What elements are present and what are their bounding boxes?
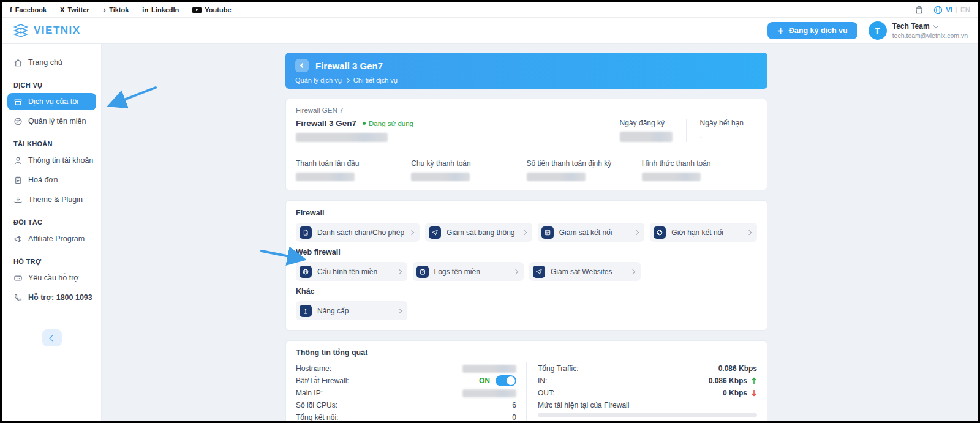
chevron-right-icon xyxy=(345,78,350,82)
user-icon xyxy=(13,156,23,165)
action-label: Cấu hình tên miền xyxy=(317,268,392,276)
phone-icon xyxy=(13,293,23,302)
action-domain-config[interactable]: Cấu hình tên miền xyxy=(296,262,407,281)
user-menu[interactable]: T Tech Team tech.team@vietnix.com.vn xyxy=(869,21,968,40)
sidebar-item-label: Quản lý tên miền xyxy=(28,117,86,125)
action-connection-limit[interactable]: Giới hạn kết nối xyxy=(650,223,757,242)
document-gear-icon xyxy=(300,226,312,239)
action-label: Giám sát Websites xyxy=(551,268,625,276)
ticket-icon xyxy=(13,274,23,283)
action-group-firewall: Firewall xyxy=(296,209,757,217)
chevron-right-icon xyxy=(630,269,635,274)
action-bandwidth-monitor[interactable]: Giám sát băng thông xyxy=(425,223,532,242)
service-identity: Firewall 3 Gen7 Đang sử dụng xyxy=(296,119,413,142)
breadcrumb-item-services[interactable]: Quản lý dịch vụ xyxy=(295,77,342,84)
lang-vi[interactable]: VI xyxy=(946,6,952,13)
sidebar-item-affiliate[interactable]: Affiliate Program xyxy=(7,230,96,247)
action-label: Giám sát băng thông xyxy=(447,228,517,237)
firewall-toggle-label: Bật/Tắt Firewall: xyxy=(296,376,349,385)
ban-icon xyxy=(654,226,666,239)
overview-right-column: Tổng Traffic: 0.086 Kbps IN: 0.086 Kbps xyxy=(527,362,757,421)
sidebar: Trang chủ DỊCH VỤ Dịch vụ của tôi Quản l… xyxy=(2,44,102,421)
action-website-monitor[interactable]: Giám sát Websites xyxy=(529,262,641,281)
firewall-toggle-row: Bật/Tắt Firewall: ON xyxy=(296,375,516,387)
cpu-value: 6 xyxy=(512,401,516,410)
upgrade-icon xyxy=(300,305,312,317)
youtube-icon xyxy=(192,7,202,13)
social-label: Twitter xyxy=(67,6,89,13)
cpu-row: Số lõi CPUs: 6 xyxy=(296,399,516,411)
action-group-other: Khác xyxy=(296,287,757,296)
topbar-right: VI | EN xyxy=(914,5,970,15)
globe-icon xyxy=(933,6,943,15)
sidebar-item-account-info[interactable]: Thông tin tài khoản xyxy=(7,152,96,169)
status-dot-icon xyxy=(363,122,366,125)
main-content: Firewall 3 Gen7 Quản lý dịch vụ Chi tiết… xyxy=(102,44,978,421)
blurred-register-date xyxy=(620,132,673,142)
expire-date-value: - xyxy=(700,132,744,141)
sidebar-item-home[interactable]: Trang chủ xyxy=(7,54,96,71)
avatar: T xyxy=(869,21,887,40)
chevron-right-icon xyxy=(521,230,526,234)
chevron-right-icon xyxy=(396,269,401,274)
social-link-youtube[interactable]: Youtube xyxy=(192,6,231,13)
firewall-load-label: Mức tải hiện tại của Firewall xyxy=(538,399,757,411)
megaphone-icon xyxy=(13,234,23,244)
register-date: Ngày đăng ký xyxy=(606,119,686,142)
hostname-label: Hostname: xyxy=(296,364,331,373)
back-button[interactable] xyxy=(295,59,309,72)
server-icon xyxy=(541,226,554,239)
social-label: Facebook xyxy=(15,6,47,13)
action-label: Danh sách chặn/Cho phép xyxy=(317,228,404,237)
firewall-toggle[interactable] xyxy=(496,375,516,386)
billing-col: Chu kỳ thanh toán xyxy=(411,159,526,181)
sidebar-collapse-button[interactable] xyxy=(42,329,62,346)
service-plan: Firewall GEN 7 xyxy=(296,107,757,114)
vietnix-logo[interactable]: VIETNIX xyxy=(12,23,81,39)
chevron-right-icon xyxy=(409,230,414,234)
sidebar-item-invoices[interactable]: Hoá đơn xyxy=(7,171,96,189)
action-label: Giới hạn kết nối xyxy=(671,228,742,237)
lang-en[interactable]: EN xyxy=(960,6,970,13)
register-service-button[interactable]: Đăng ký dịch vụ xyxy=(767,22,858,39)
firewall-load-caption: 0.17% of 6 Cores xyxy=(538,420,757,421)
plus-icon xyxy=(777,28,784,34)
sidebar-item-label: Theme & Plugin xyxy=(28,195,83,204)
action-label: Giám sát kết nối xyxy=(559,228,630,237)
sidebar-item-label: Hỗ trợ: 1800 1093 xyxy=(28,293,92,302)
sidebar-item-domains[interactable]: Quản lý tên miền xyxy=(7,113,96,130)
chevron-down-icon xyxy=(933,23,938,28)
sidebar-item-my-services[interactable]: Dịch vụ của tôi xyxy=(7,93,96,110)
action-label: Nâng cấp xyxy=(317,307,392,315)
traffic-in-label: IN: xyxy=(538,376,547,385)
social-link-facebook[interactable]: f Facebook xyxy=(10,6,47,13)
social-link-twitter[interactable]: X Twitter xyxy=(60,6,89,13)
sidebar-section-partner: ĐỐI TÁC xyxy=(13,219,90,226)
social-link-tiktok[interactable]: ♪ Tiktok xyxy=(103,6,129,13)
header-right: Đăng ký dịch vụ T Tech Team tech.team@vi… xyxy=(767,21,968,40)
connections-row: Tổng kết nối: 0 xyxy=(296,411,516,421)
sidebar-item-hotline[interactable]: Hỗ trợ: 1800 1093 xyxy=(7,289,96,306)
main-ip-label: Main IP: xyxy=(296,389,323,397)
paper-plane-icon xyxy=(533,266,545,278)
action-upgrade[interactable]: Nâng cấp xyxy=(296,301,407,320)
social-link-linkedin[interactable]: in LinkedIn xyxy=(142,6,179,13)
firewall-load-bar xyxy=(538,413,757,417)
sidebar-item-label: Affiliate Program xyxy=(28,234,85,243)
action-block-allow-list[interactable]: Danh sách chặn/Cho phép xyxy=(296,223,420,242)
chevron-right-icon xyxy=(513,269,518,274)
shopping-bag-icon[interactable] xyxy=(914,5,924,15)
sidebar-section-services: DỊCH VỤ xyxy=(13,81,90,89)
up-arrow-icon xyxy=(751,377,757,384)
billing-label: Chu kỳ thanh toán xyxy=(411,159,526,168)
chevron-right-icon xyxy=(747,230,752,234)
user-info: Tech Team tech.team@vietnix.com.vn xyxy=(892,22,968,39)
sidebar-item-support-request[interactable]: Yêu cầu hỗ trợ xyxy=(7,269,96,286)
service-actions-card: Firewall Danh sách chặn/Cho phép xyxy=(285,200,767,331)
lang-divider: | xyxy=(956,6,957,13)
sidebar-item-theme-plugin[interactable]: Theme & Plugin xyxy=(7,191,96,208)
action-connection-monitor[interactable]: Giám sát kết nối xyxy=(538,223,645,242)
action-domain-logs[interactable]: Logs tên miền xyxy=(413,262,524,281)
vietnix-logo-icon xyxy=(12,23,29,39)
status-label: Đang sử dụng xyxy=(369,120,413,127)
